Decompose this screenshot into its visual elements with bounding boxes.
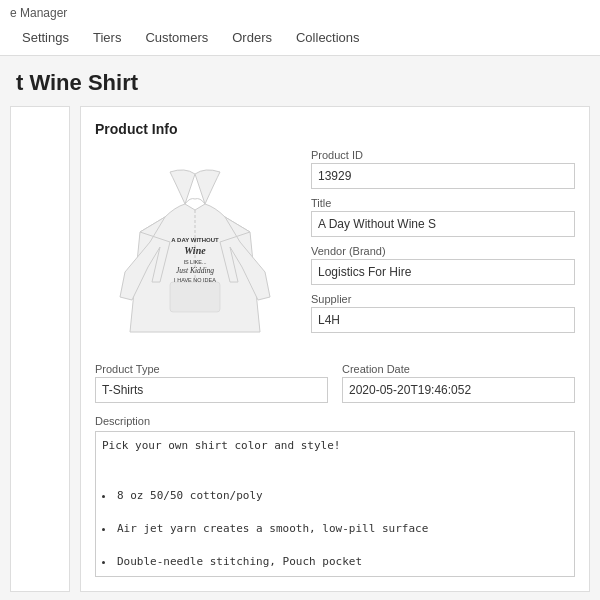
product-image-wrapper: A DAY WITHOUT Wine IS LIKE... Just Kiddi…: [100, 149, 290, 349]
vendor-group: Vendor (Brand): [311, 245, 575, 285]
creation-date-label: Creation Date: [342, 363, 575, 375]
creation-date-input[interactable]: [342, 377, 575, 403]
product-type-label: Product Type: [95, 363, 328, 375]
left-panel: [10, 106, 70, 592]
app-title: e Manager: [10, 0, 590, 22]
description-label: Description: [95, 415, 575, 427]
vendor-input[interactable]: [311, 259, 575, 285]
product-id-label: Product ID: [311, 149, 575, 161]
supplier-input[interactable]: [311, 307, 575, 333]
svg-rect-0: [170, 282, 220, 312]
title-label: Title: [311, 197, 575, 209]
product-id-group: Product ID: [311, 149, 575, 189]
supplier-group: Supplier: [311, 293, 575, 333]
top-bar: e Manager Settings Tiers Customers Order…: [0, 0, 600, 56]
svg-text:IS LIKE...: IS LIKE...: [183, 259, 207, 265]
nav-item-collections[interactable]: Collections: [284, 22, 372, 55]
product-id-input[interactable]: [311, 163, 575, 189]
nav-item-orders[interactable]: Orders: [220, 22, 284, 55]
product-card: Product Info: [80, 106, 590, 592]
title-input[interactable]: [311, 211, 575, 237]
nav-item-settings[interactable]: Settings: [10, 22, 81, 55]
product-type-input[interactable]: [95, 377, 328, 403]
description-section: Description Pick your own shirt color an…: [95, 415, 575, 577]
product-info-title: Product Info: [95, 121, 575, 137]
nav-item-tiers[interactable]: Tiers: [81, 22, 133, 55]
main-content: Product Info: [0, 106, 600, 600]
svg-text:A DAY WITHOUT: A DAY WITHOUT: [171, 237, 219, 243]
svg-text:Wine: Wine: [184, 245, 206, 256]
svg-text:I HAVE NO IDEA: I HAVE NO IDEA: [174, 277, 216, 283]
product-card-inner: A DAY WITHOUT Wine IS LIKE... Just Kiddi…: [95, 149, 575, 349]
nav-item-customers[interactable]: Customers: [133, 22, 220, 55]
creation-date-group: Creation Date: [342, 363, 575, 403]
title-group: Title: [311, 197, 575, 237]
supplier-label: Supplier: [311, 293, 575, 305]
product-type-group: Product Type: [95, 363, 328, 403]
vendor-label: Vendor (Brand): [311, 245, 575, 257]
hoodie-image: A DAY WITHOUT Wine IS LIKE... Just Kiddi…: [110, 152, 280, 347]
description-box[interactable]: Pick your own shirt color and style! 8 o…: [95, 431, 575, 577]
svg-text:Just Kidding: Just Kidding: [176, 266, 214, 275]
page-title: t Wine Shirt: [0, 56, 600, 106]
nav-bar: Settings Tiers Customers Orders Collecti…: [10, 22, 590, 55]
bottom-section: Product Type Creation Date: [95, 363, 575, 403]
product-image-section: A DAY WITHOUT Wine IS LIKE... Just Kiddi…: [95, 149, 295, 349]
product-fields: Product ID Title Vendor (Brand) Supplier: [311, 149, 575, 349]
